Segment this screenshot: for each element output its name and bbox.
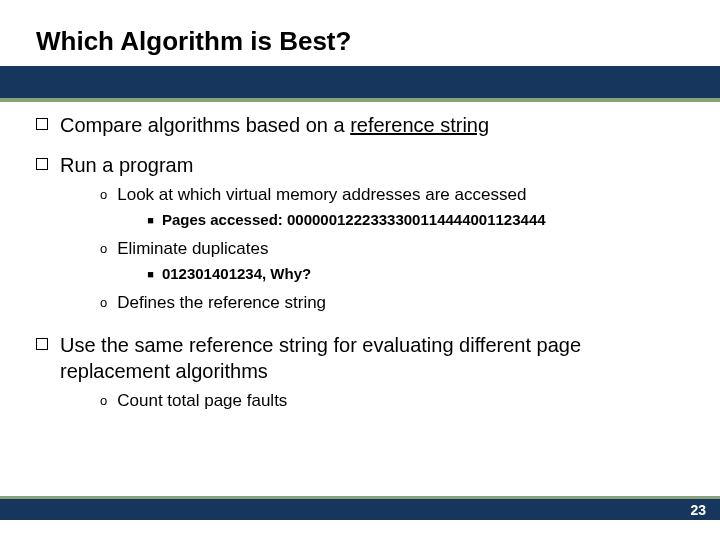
bullet-lvl2: o Look at which virtual memory addresses… [100,184,684,232]
bullet-lvl1: Run a program o Look at which virtual me… [36,152,684,318]
bullet-lvl1: Use the same reference string for evalua… [36,332,684,416]
bullet-list-lvl2: o Look at which virtual memory addresses… [100,184,684,314]
bullet-lvl2: o Count total page faults [100,390,684,412]
bullet-list-lvl3: ■ 012301401234, Why? [147,264,311,284]
bullet-text-wrapper: Look at which virtual memory addresses a… [117,184,545,232]
bullet-marker-circle-icon: o [100,184,107,206]
footer-band: 23 [0,499,720,520]
slide-title: Which Algorithm is Best? [36,26,351,57]
slide-body: Compare algorithms based on a reference … [36,112,684,430]
bullet-text-wrapper: Use the same reference string for evalua… [60,332,684,416]
bullet-marker-filled-square-icon: ■ [147,264,154,284]
title-band-divider [0,98,720,102]
bullet-text-wrapper: Eliminate duplicates ■ 012301401234, Why… [117,238,311,286]
slide: Which Algorithm is Best? Compare algorit… [0,0,720,540]
bullet-marker-circle-icon: o [100,390,107,412]
bullet-text: 012301401234, Why? [162,264,311,284]
bullet-text: Run a program [60,154,193,176]
page-number: 23 [690,502,706,518]
bullet-text: Use the same reference string for evalua… [60,334,581,382]
bullet-text: Defines the reference string [117,292,326,314]
bullet-list-lvl3: ■ Pages accessed: 0000001222333300114444… [147,210,545,230]
bullet-marker-circle-icon: o [100,292,107,314]
bullet-marker-square-icon [36,338,48,350]
title-band [0,66,720,98]
bullet-text: Compare algorithms based on a reference … [60,112,684,138]
bullet-lvl3: ■ Pages accessed: 0000001222333300114444… [147,210,545,230]
bullet-list-lvl2: o Count total page faults [100,390,684,412]
bullet-text: Pages accessed: 000000122233330011444400… [162,210,546,230]
bullet-lvl2: o Defines the reference string [100,292,684,314]
bullet-lvl2: o Eliminate duplicates ■ 012301401234, W… [100,238,684,286]
bullet-text: Eliminate duplicates [117,239,268,258]
bullet-lvl3: ■ 012301401234, Why? [147,264,311,284]
bullet-list-lvl1: Compare algorithms based on a reference … [36,112,684,416]
bullet-marker-square-icon [36,118,48,130]
bullet-text: Look at which virtual memory addresses a… [117,185,526,204]
bullet-text-wrapper: Run a program o Look at which virtual me… [60,152,684,318]
bullet-text: Count total page faults [117,390,287,412]
bullet-lvl1: Compare algorithms based on a reference … [36,112,684,138]
bullet-marker-circle-icon: o [100,238,107,260]
bullet-marker-filled-square-icon: ■ [147,210,154,230]
bullet-text-underlined: reference string [350,114,489,136]
bullet-text-pre: Compare algorithms based on a [60,114,350,136]
bullet-marker-square-icon [36,158,48,170]
